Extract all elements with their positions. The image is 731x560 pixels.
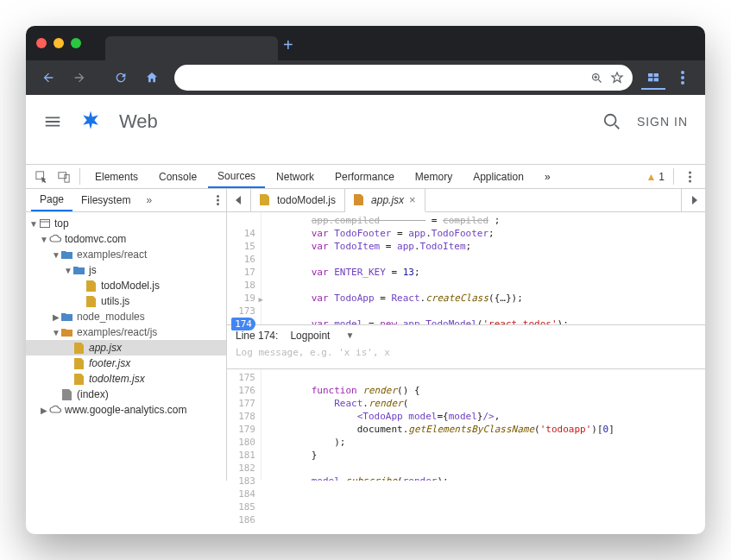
folder-icon	[60, 311, 73, 324]
nav-tabs-overflow[interactable]: »	[139, 189, 159, 211]
code-content-lower[interactable]: function render() { React.render( <TodoA…	[262, 369, 705, 481]
tab-network[interactable]: Network	[267, 165, 324, 188]
nav-tab-page[interactable]: Page	[31, 189, 72, 211]
back-button[interactable]	[35, 64, 62, 91]
extension-icon[interactable]	[641, 66, 665, 90]
devtools-panel: Elements Console Sources Network Perform…	[26, 164, 705, 481]
tree-file-todomodel[interactable]: todoModel.js	[26, 278, 226, 293]
browser-toolbar	[26, 60, 705, 95]
svg-point-19	[217, 195, 219, 198]
devtools-menu-button[interactable]	[679, 165, 700, 188]
reload-button[interactable]	[107, 64, 135, 91]
breakpoint-type-select[interactable]: Logpoint▼	[290, 330, 354, 342]
maximize-window-button[interactable]	[71, 38, 81, 48]
app-title: Web	[119, 110, 158, 133]
svg-point-18	[689, 179, 691, 182]
js-file-icon	[72, 342, 85, 355]
svg-point-10	[681, 81, 684, 85]
editor-tab-todomodel[interactable]: todoModel.js	[251, 189, 345, 211]
line-gutter[interactable]: 14 15 16 17 18 19▶ 173 174	[227, 212, 262, 324]
svg-point-17	[689, 175, 691, 178]
close-tab-button[interactable]: ×	[409, 193, 416, 206]
nav-tab-filesystem[interactable]: Filesystem	[72, 189, 139, 211]
js-file-icon	[72, 373, 85, 386]
tab-performance[interactable]: Performance	[325, 165, 404, 188]
svg-point-8	[681, 71, 684, 74]
js-file-icon	[354, 194, 366, 206]
svg-point-20	[217, 199, 219, 202]
warnings-indicator[interactable]: ▲ 1	[646, 165, 668, 188]
inspect-element-button[interactable]	[31, 165, 52, 188]
svg-point-11	[605, 115, 616, 126]
editor-history-back[interactable]	[227, 189, 251, 211]
folder-icon	[60, 249, 73, 261]
js-file-icon	[260, 194, 272, 206]
breakpoint-editor: Line 174: Logpoint▼	[227, 324, 705, 369]
chevron-down-icon: ▼	[345, 330, 354, 340]
new-tab-button[interactable]: +	[283, 35, 293, 55]
nav-menu-button[interactable]	[210, 189, 226, 211]
tree-file-utils[interactable]: utils.js	[26, 293, 226, 309]
tree-file-index[interactable]: (index)	[26, 387, 226, 402]
zoom-icon[interactable]	[590, 72, 603, 85]
tabs-overflow-button[interactable]: »	[535, 165, 560, 188]
js-file-icon	[85, 280, 98, 293]
folder-icon	[72, 264, 85, 277]
code-viewport[interactable]: 14 15 16 17 18 19▶ 173 174 app.compiled …	[227, 212, 705, 324]
browser-tabstrip: +	[26, 26, 705, 60]
code-content[interactable]: app.compiled = compiled ; var TodoFooter…	[262, 212, 705, 324]
tree-file-app-jsx[interactable]: app.jsx	[26, 340, 226, 356]
address-bar[interactable]	[174, 65, 633, 91]
frame-icon	[38, 217, 51, 230]
tree-domain[interactable]: ▼todomvc.com	[26, 231, 226, 247]
code-editor: todoModel.js app.jsx× 14 15 16 17 18 19▶…	[227, 189, 705, 481]
devtools-tabbar: Elements Console Sources Network Perform…	[26, 165, 705, 189]
tree-top-frame[interactable]: ▼top	[26, 216, 226, 231]
minimize-window-button[interactable]	[54, 38, 64, 48]
svg-rect-7	[654, 78, 659, 81]
svg-rect-6	[648, 78, 652, 81]
cloud-icon	[48, 404, 61, 417]
tab-console[interactable]: Console	[149, 165, 206, 188]
search-button[interactable]	[602, 112, 621, 131]
tab-sources[interactable]: Sources	[208, 165, 265, 188]
code-viewport-lower[interactable]: 175 176 177 178 179 180 181 182 183 184 …	[227, 369, 705, 481]
home-button[interactable]	[138, 64, 166, 91]
js-file-icon	[72, 357, 85, 370]
tree-folder-examples-react-js[interactable]: ▼examples/react/js	[26, 324, 226, 340]
tab-application[interactable]: Application	[463, 165, 533, 188]
logpoint-message-input[interactable]	[236, 347, 696, 358]
logpoint-marker[interactable]: 174	[231, 318, 255, 330]
tab-elements[interactable]: Elements	[85, 165, 148, 188]
app-header: Web SIGN IN	[26, 95, 705, 148]
folder-icon	[60, 326, 73, 339]
browser-window: + Web SIGN IN Elements Console	[26, 26, 705, 534]
editor-tab-app-jsx[interactable]: app.jsx×	[345, 189, 425, 212]
warning-icon: ▲	[646, 171, 656, 183]
bookmark-star-icon[interactable]	[610, 71, 624, 85]
svg-rect-22	[40, 220, 49, 228]
close-window-button[interactable]	[36, 38, 47, 48]
device-toolbar-button[interactable]	[54, 165, 74, 188]
hamburger-menu-button[interactable]	[43, 112, 62, 131]
line-gutter-lower[interactable]: 175 176 177 178 179 180 181 182 183 184 …	[227, 369, 262, 481]
logpoint-line-label: Line 174:	[236, 330, 278, 342]
tree-folder-node-modules[interactable]: ▶node_modules	[26, 309, 226, 324]
tree-file-footer-jsx[interactable]: footer.jsx	[26, 356, 226, 371]
tree-folder-js[interactable]: ▼js	[26, 262, 226, 278]
svg-rect-4	[648, 73, 652, 77]
tree-folder-examples-react[interactable]: ▼examples/react	[26, 247, 226, 262]
tree-file-todoitem-jsx[interactable]: todoItem.jsx	[26, 371, 226, 387]
sign-in-button[interactable]: SIGN IN	[637, 115, 688, 129]
svg-point-16	[689, 171, 691, 173]
tree-domain-ga[interactable]: ▶www.google-analytics.com	[26, 402, 226, 418]
warning-count: 1	[659, 171, 665, 183]
js-file-icon	[85, 295, 98, 308]
forward-button[interactable]	[66, 64, 93, 91]
tab-memory[interactable]: Memory	[406, 165, 462, 188]
browser-tab[interactable]	[105, 36, 278, 60]
sources-navigator: Page Filesystem » ▼top ▼todomvc.com ▼exa…	[26, 189, 227, 481]
fold-arrow-icon[interactable]: ▶	[259, 293, 263, 306]
browser-menu-button[interactable]	[669, 64, 696, 91]
editor-history-forward[interactable]	[681, 189, 705, 211]
